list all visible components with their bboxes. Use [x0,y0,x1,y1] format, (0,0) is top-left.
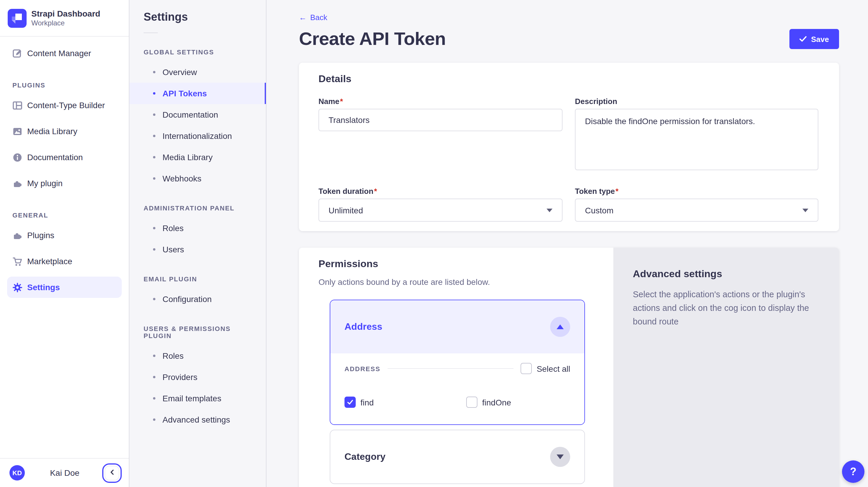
select-all-label: Select all [536,364,570,373]
bullet-icon [153,156,155,158]
subnav-item-api-tokens[interactable]: API Tokens [129,83,266,104]
category-accordion-header[interactable]: Category [330,430,584,483]
findone-checkbox[interactable] [466,397,477,408]
main-sidebar: Strapi Dashboard Workplace Content Manag… [0,0,129,487]
subnav-item-up-roles[interactable]: Roles [129,345,266,366]
address-accordion-title: Address [344,322,382,332]
advanced-settings-panel: Advanced settings Select the application… [613,248,839,487]
sidebar-item-media-library[interactable]: Media Library [7,121,122,142]
bullet-icon [153,248,155,251]
subnav-section-users-permissions-plugin: USERS & PERMISSIONS PLUGIN [144,325,252,339]
puzzle-icon [12,230,23,240]
advanced-settings-title: Advanced settings [633,268,818,280]
name-label: Name* [318,97,562,106]
sidebar-section-general: GENERAL [12,212,116,219]
bullet-icon [153,298,155,300]
permission-action-findone: findOne [466,397,570,408]
brand-subtitle: Workplace [31,19,100,28]
chevron-up-icon [557,325,564,329]
subnav-item-label: Roles [162,351,184,361]
token-type-value: Custom [585,205,613,215]
main-content: ← Back Create API Token Save Details Nam… [267,0,868,487]
gear-icon [12,282,23,292]
token-type-select[interactable]: Custom [575,199,818,222]
description-textarea[interactable]: Disable the findOne permission for trans… [575,109,818,170]
expand-accordion-button[interactable] [550,447,570,467]
documentation-info-icon [12,152,23,162]
token-duration-value: Unlimited [329,205,363,215]
address-accordion-header[interactable]: Address [330,300,584,354]
bullet-icon [153,177,155,180]
bullet-icon [153,397,155,399]
select-all-checkbox[interactable] [521,363,532,374]
token-type-label-text: Token type [575,187,615,195]
sidebar-item-content-manager[interactable]: Content Manager [7,42,122,64]
subnav-item-documentation[interactable]: Documentation [129,104,266,125]
details-title: Details [318,73,818,85]
subnav-item-up-email-templates[interactable]: Email templates [129,388,266,409]
token-duration-label-text: Token duration [318,187,373,195]
category-accordion: Category [330,430,585,484]
help-button[interactable]: ? [842,460,864,483]
subnav-item-label: Roles [162,223,184,233]
collapse-accordion-button[interactable] [550,317,570,337]
subnav-item-label: API Tokens [162,89,207,98]
avatar[interactable]: KD [9,465,25,481]
description-label: Description [575,97,818,106]
subnav-item-admin-users[interactable]: Users [129,239,266,260]
name-input[interactable] [318,109,562,131]
subnav-item-label: Users [162,245,184,254]
subnav-item-media-library[interactable]: Media Library [129,147,266,168]
token-duration-field: Token duration* Unlimited [318,187,562,222]
subnav-item-label: Internationalization [162,131,232,141]
sidebar-item-label: Documentation [27,152,83,162]
bullet-icon [153,419,155,421]
sidebar-item-settings[interactable]: Settings [7,277,122,298]
token-duration-select[interactable]: Unlimited [318,199,562,222]
divider [388,368,514,369]
user-row: KD Kai Doe [0,458,129,487]
find-label: find [361,397,374,407]
subnav-list-admin: Roles Users [129,217,266,260]
subnav-item-overview[interactable]: Overview [129,61,266,83]
permissions-subtitle: Only actions bound by a route are listed… [318,277,585,287]
subnav-item-label: Overview [162,67,197,77]
subnav-section-email-plugin: EMAIL PLUGIN [144,275,252,282]
permissions-panel: Permissions Only actions bound by a rout… [299,248,613,487]
bullet-icon [153,376,155,378]
permissions-card: Permissions Only actions bound by a rout… [299,248,839,487]
subnav-item-admin-roles[interactable]: Roles [129,217,266,239]
sidebar-item-documentation[interactable]: Documentation [7,147,122,168]
find-checkbox[interactable] [344,397,356,408]
subnav-item-email-configuration[interactable]: Configuration [129,288,266,310]
subnav-item-label: Email templates [162,394,221,403]
sidebar-item-label: Content-Type Builder [27,100,105,110]
sidebar-item-label: Settings [27,282,60,292]
address-group-label: ADDRESS [344,365,380,372]
address-group-row: ADDRESS Select all [344,363,570,374]
page-title: Create API Token [299,28,446,50]
sidebar-nav: Content Manager PLUGINS Content-Type Bui… [0,37,129,458]
back-link[interactable]: ← Back [299,13,327,22]
sidebar-item-content-type-builder[interactable]: Content-Type Builder [7,95,122,116]
subnav-item-up-providers[interactable]: Providers [129,366,266,388]
sidebar-item-plugins[interactable]: Plugins [7,224,122,246]
puzzle-icon [12,178,23,188]
sidebar-item-my-plugin[interactable]: My plugin [7,173,122,194]
permissions-title: Permissions [318,258,585,270]
brand-title: Strapi Dashboard [31,8,100,19]
collapse-sidebar-button[interactable] [104,465,119,480]
findone-label: findOne [482,397,511,407]
sidebar-item-marketplace[interactable]: Marketplace [7,251,122,272]
user-name: Kai Doe [30,468,100,478]
subnav-item-webhooks[interactable]: Webhooks [129,168,266,189]
brand: Strapi Dashboard Workplace [0,0,129,37]
sidebar-item-label: Plugins [27,231,54,240]
details-form: Name* Description Disable the findOne pe… [318,97,818,222]
chevron-down-icon [802,208,808,212]
details-card: Details Name* Description Disable the fi… [299,63,839,231]
save-button[interactable]: Save [789,29,839,49]
subnav-item-up-advanced-settings[interactable]: Advanced settings [129,409,266,430]
sidebar-item-label: Media Library [27,126,78,136]
subnav-item-internationalization[interactable]: Internationalization [129,125,266,147]
